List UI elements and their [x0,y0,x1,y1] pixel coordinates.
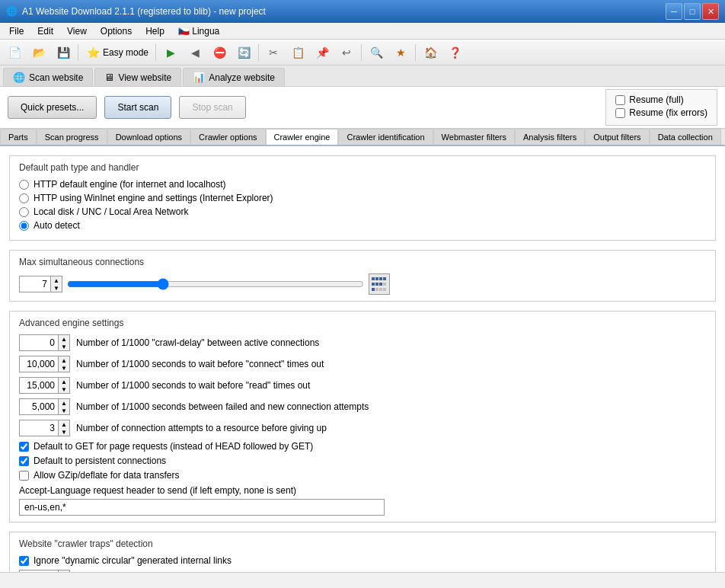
stop-scan-button[interactable]: Stop scan [179,96,245,119]
radio-http-default-input[interactable] [19,180,29,190]
checkbox-row-persistent[interactable]: Default to persistent connections [19,455,706,466]
spinbox-0-up[interactable]: ▲ [59,335,69,343]
spinbox-1-up[interactable]: ▲ [59,356,69,364]
spinbox-1-input[interactable] [20,356,58,372]
spinbox-0-down[interactable]: ▼ [59,343,69,350]
navtab-view-website[interactable]: 🖥 View website [94,68,181,86]
spinbox-2-input[interactable] [20,378,58,393]
toolbar-cut-button[interactable]: ✂ [262,43,285,62]
connections-up[interactable]: ▲ [51,276,62,284]
checkbox-row-gzip[interactable]: Allow GZip/deflate for data transfers [19,470,706,481]
menu-help[interactable]: Help [139,24,171,38]
accept-language-input[interactable] [19,499,385,516]
path-type-title: Default path type and handler [19,162,706,173]
content-tabs: Parts Scan progress Download options Cra… [0,129,725,146]
checkbox-gzip-input[interactable] [19,471,29,481]
toolbar-reload-button[interactable]: 🔄 [232,43,255,62]
resume-fix-errors-checkbox[interactable] [615,108,625,118]
menu-file[interactable]: File [3,24,30,38]
resume-fix-errors-checkbox-row[interactable]: Resume (fix errors) [615,107,707,118]
toolbar-stop-button[interactable]: ⛔ [208,43,231,62]
radio-auto-detect[interactable]: Auto detect [19,220,706,231]
max-chars-input[interactable] [20,570,58,572]
max-chars-spinbox[interactable]: ▲ ▼ [19,570,70,572]
radio-auto-detect-input[interactable] [19,221,29,231]
spinbox-4-down[interactable]: ▼ [59,428,69,436]
tab-parts[interactable]: Parts [0,129,37,145]
menu-edit[interactable]: Edit [31,24,59,38]
tab-crawler-options[interactable]: Crawler options [190,129,265,145]
resume-full-checkbox[interactable] [615,95,625,105]
checkbox-row-ignore-circular[interactable]: Ignore "dynamic circular" generated inte… [19,555,706,566]
spinbox-3-up[interactable]: ▲ [59,399,69,407]
spinbox-2-down[interactable]: ▼ [59,385,69,393]
connections-title: Max simultaneous connections [19,257,706,267]
toolbar-open-button[interactable]: 📂 [27,43,50,62]
tab-crawler-identification[interactable]: Crawler identification [338,129,433,145]
menu-options[interactable]: Options [94,24,138,38]
radio-http-wininet-input[interactable] [19,193,29,203]
connections-slider[interactable] [67,276,364,292]
checkbox-persistent-input[interactable] [19,456,29,466]
toolbar-save-button[interactable]: 💾 [52,43,75,62]
menu-lingua[interactable]: 🇨🇿 Lingua [172,24,225,38]
checkbox-get-label: Default to GET for page requests (instea… [34,441,313,452]
traps-title: Website "crawler traps" detection [19,538,706,549]
tab-data-collection[interactable]: Data collection [650,129,721,145]
checkbox-get-input[interactable] [19,442,29,452]
quick-presets-button[interactable]: Quick presets... [8,96,97,119]
connections-down[interactable]: ▼ [51,284,62,292]
spinbox-3[interactable]: ▲ ▼ [19,398,70,415]
tab-download-options[interactable]: Download options [107,129,190,145]
navtab-scan-website[interactable]: 🌐 Scan website [3,68,93,86]
spinbox-0-input[interactable] [20,335,58,350]
radio-http-wininet[interactable]: HTTP using WinInet engine and settings (… [19,193,706,203]
radio-http-default[interactable]: HTTP default engine (for internet and lo… [19,179,706,190]
tab-output-filters[interactable]: Output filters [585,129,649,145]
toolbar-fav-button[interactable]: ★ [389,43,412,62]
maximize-button[interactable]: □ [684,3,701,20]
easy-mode-button[interactable]: ⭐ Easy mode [81,43,152,62]
radio-local-disk[interactable]: Local disk / UNC / Local Area Network [19,206,706,217]
connections-icon[interactable] [369,273,390,295]
spinbox-3-input[interactable] [20,399,58,414]
toolbar-copy-button[interactable]: 📋 [286,43,309,62]
toolbar-find-button[interactable]: 🔍 [365,43,388,62]
max-chars-up[interactable]: ▲ [59,570,69,572]
toolbar-new-button[interactable]: 📄 [3,43,26,62]
spinbox-2-up[interactable]: ▲ [59,378,69,385]
toolbar-nav-back-button[interactable]: ◀ [184,43,206,62]
checkbox-row-get[interactable]: Default to GET for page requests (instea… [19,441,706,452]
toolbar-home-button[interactable]: 🏠 [419,43,442,62]
nav-start-icon: ▶ [163,45,178,60]
spinbox-3-down[interactable]: ▼ [59,407,69,414]
spinbox-4-input[interactable] [20,420,58,436]
toolbar-nav-start-button[interactable]: ▶ [159,43,182,62]
spinbox-0[interactable]: ▲ ▼ [19,334,70,351]
checkbox-ignore-circular-input[interactable] [19,556,29,566]
resume-full-checkbox-row[interactable]: Resume (full) [615,94,707,105]
svg-rect-3 [383,277,386,280]
navtab-analyze-website[interactable]: 📊 Analyze website [183,68,285,86]
tab-webmaster-filters[interactable]: Webmaster filters [433,129,515,145]
start-scan-button[interactable]: Start scan [104,96,171,119]
connections-spinbox[interactable]: ▲ ▼ [19,276,62,292]
tab-scan-progress[interactable]: Scan progress [37,129,107,145]
menu-view[interactable]: View [61,24,93,38]
spinbox-1[interactable]: ▲ ▼ [19,356,70,372]
spinbox-1-down[interactable]: ▼ [59,364,69,372]
minimize-button[interactable]: ─ [666,3,682,20]
tab-analysis-filters[interactable]: Analysis filters [515,129,585,145]
checkbox-ignore-circular-label: Ignore "dynamic circular" generated inte… [34,555,232,566]
spinbox-4-up[interactable]: ▲ [59,420,69,428]
spinbox-2[interactable]: ▲ ▼ [19,377,70,394]
toolbar-help-button[interactable]: ❓ [443,43,466,62]
spinbox-4[interactable]: ▲ ▼ [19,420,70,436]
connections-input[interactable] [20,276,50,292]
action-bar: Quick presets... Start scan Stop scan Re… [0,87,725,129]
toolbar-paste-button[interactable]: 📌 [311,43,334,62]
tab-crawler-engine[interactable]: Crawler engine [266,129,339,146]
radio-local-disk-input[interactable] [19,207,29,217]
close-button[interactable]: ✕ [702,3,719,20]
toolbar-undo-button[interactable]: ↩ [335,43,358,62]
